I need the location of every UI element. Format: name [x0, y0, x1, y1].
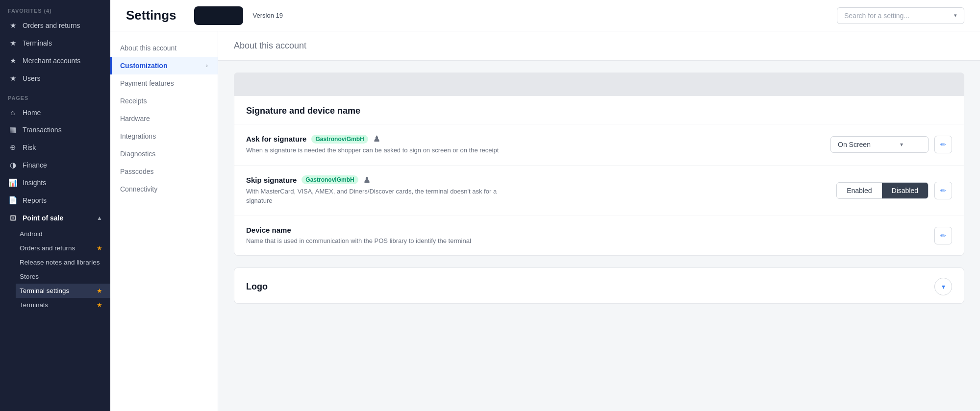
device-name-desc: Name that is used in communication with … [246, 236, 501, 246]
settings-nav-diagnostics[interactable]: Diagnostics [110, 145, 218, 163]
ask-signature-desc: When a signature is needed the shopper c… [246, 145, 501, 155]
device-name-row: Device name Name that is used in communi… [234, 216, 964, 256]
star-filled-icon: ★ [97, 287, 102, 294]
logo-expand-button[interactable]: ▾ [934, 278, 952, 295]
about-header-text: About this account [234, 41, 306, 51]
main-content: About this account Signature and device … [218, 31, 980, 411]
sidebar-item-users-fav[interactable]: ★ Users [0, 70, 110, 87]
settings-nav-payment-features[interactable]: Payment features [110, 74, 218, 92]
settings-nav-label: About this account [120, 44, 176, 52]
home-icon: ⌂ [8, 108, 18, 117]
report-icon: 📄 [8, 196, 18, 205]
topbar: Settings Version 19 Search for a setting… [110, 0, 980, 31]
sidebar-item-stores[interactable]: Stores [16, 269, 110, 284]
sidebar-item-label: Terminal settings [20, 287, 69, 294]
gastronovi-badge-1: GastronoviGmbH [311, 135, 368, 144]
logo-card: Logo ▾ [234, 267, 964, 304]
person-icon-1: ♟ [373, 134, 380, 144]
ask-signature-edit-button[interactable]: ✏ [934, 136, 952, 153]
sidebar-item-label: Home [23, 109, 41, 117]
search-placeholder: Search for a setting... [844, 12, 909, 20]
settings-nav-about[interactable]: About this account [110, 39, 218, 57]
skip-signature-edit-button[interactable]: ✏ [934, 182, 952, 199]
signature-section-title: Signature and device name [246, 106, 952, 116]
sidebar-item-terminals-fav[interactable]: ★ Terminals [0, 34, 110, 52]
shield-icon: ⊕ [8, 143, 18, 152]
chevron-down-icon: ▾ [942, 283, 945, 290]
sidebar-item-label: Insights [23, 179, 46, 187]
transactions-icon: ▦ [8, 125, 18, 134]
on-screen-dropdown[interactable]: On Screen ▾ [830, 136, 929, 153]
sidebar-item-reports[interactable]: 📄 Reports [0, 192, 110, 209]
chevron-right-icon: › [206, 62, 208, 69]
search-box[interactable]: Search for a setting... ▾ [837, 7, 964, 24]
skip-signature-row: Skip signature GastronoviGmbH ♟ With Mas… [234, 166, 964, 216]
sidebar-item-orders-returns-sub[interactable]: Orders and returns ★ [16, 241, 110, 255]
enabled-toggle-button[interactable]: Enabled [837, 183, 881, 198]
settings-nav-integrations[interactable]: Integrations [110, 127, 218, 145]
ask-signature-row: Ask for signature GastronoviGmbH ♟ When … [234, 124, 964, 166]
sidebar: FAVORITES (4) ★ Orders and returns ★ Ter… [0, 0, 110, 411]
sidebar-item-label: Terminals [20, 301, 48, 309]
sidebar-item-insights[interactable]: 📊 Insights [0, 174, 110, 192]
settings-nav-passcodes[interactable]: Passcodes [110, 163, 218, 180]
pencil-icon: ✏ [940, 187, 946, 194]
finance-icon: ◑ [8, 161, 18, 169]
settings-nav-customization[interactable]: Customization › [110, 57, 218, 74]
settings-nav-label: Hardware [120, 115, 150, 122]
settings-nav-connectivity[interactable]: Connectivity [110, 180, 218, 198]
sidebar-item-finance[interactable]: ◑ Finance [0, 156, 110, 174]
sidebar-item-pos[interactable]: ⊡ Point of sale ▲ [0, 209, 110, 227]
pos-submenu: Android Orders and returns ★ Release not… [0, 227, 110, 312]
star-icon: ★ [8, 56, 18, 65]
logo-section-title: Logo [246, 282, 268, 292]
sidebar-item-label: Reports [23, 196, 47, 204]
skip-signature-desc: With MasterCard, VISA, AMEX, and Diners/… [246, 187, 501, 206]
settings-nav: About this account Customization › Payme… [110, 31, 218, 411]
page-title: Settings [126, 8, 176, 23]
sidebar-item-label: Orders and returns [23, 22, 80, 29]
device-name-right: ✏ [934, 227, 952, 244]
sidebar-item-risk[interactable]: ⊕ Risk [0, 139, 110, 156]
ask-signature-left: Ask for signature GastronoviGmbH ♟ When … [246, 134, 823, 155]
pencil-icon: ✏ [940, 141, 946, 148]
dropdown-value: On Screen [838, 141, 871, 148]
skip-signature-right: Enabled Disabled ✏ [836, 182, 952, 199]
sidebar-item-terminal-settings[interactable]: Terminal settings ★ [16, 284, 110, 298]
person-icon-2: ♟ [363, 175, 370, 185]
top-partial-card [234, 73, 964, 96]
device-name-edit-button[interactable]: ✏ [934, 227, 952, 244]
device-name-left: Device name Name that is used in communi… [246, 226, 927, 246]
sidebar-item-android[interactable]: Android [16, 227, 110, 241]
sidebar-item-orders-returns-fav[interactable]: ★ Orders and returns [0, 17, 110, 34]
settings-nav-label: Payment features [120, 79, 174, 87]
about-header: About this account [218, 31, 980, 61]
sidebar-item-label: Orders and returns [20, 244, 75, 252]
sidebar-item-merchant-accounts-fav[interactable]: ★ Merchant accounts [0, 52, 110, 70]
settings-nav-hardware[interactable]: Hardware [110, 110, 218, 127]
settings-nav-label: Integrations [120, 132, 156, 140]
skip-signature-toggle: Enabled Disabled [836, 182, 929, 199]
sidebar-item-label: Android [20, 230, 43, 238]
pencil-icon: ✏ [940, 232, 946, 240]
sidebar-item-transactions[interactable]: ▦ Transactions [0, 121, 110, 139]
version-badge: Version 19 [253, 12, 283, 19]
sidebar-item-terminals-sub[interactable]: Terminals ★ [16, 298, 110, 312]
favorites-section-label: FAVORITES (4) [0, 0, 110, 17]
gastronovi-badge-2: GastronoviGmbH [302, 175, 358, 184]
settings-nav-label: Customization [120, 62, 167, 70]
sidebar-item-label: Stores [20, 273, 39, 280]
pages-section-label: PAGES [0, 87, 110, 104]
settings-nav-label: Diagnostics [120, 150, 155, 158]
settings-nav-label: Passcodes [120, 168, 153, 175]
ask-signature-right: On Screen ▾ ✏ [830, 136, 952, 153]
settings-nav-label: Receipts [120, 97, 147, 105]
sidebar-item-label: Users [23, 74, 41, 82]
ask-signature-title: Ask for signature GastronoviGmbH ♟ [246, 134, 823, 144]
disabled-toggle-button[interactable]: Disabled [882, 183, 928, 198]
chevron-down-icon: ▾ [954, 12, 957, 19]
chevron-up-icon: ▲ [97, 215, 102, 221]
settings-nav-receipts[interactable]: Receipts [110, 92, 218, 110]
sidebar-item-home[interactable]: ⌂ Home [0, 104, 110, 121]
sidebar-item-release-notes[interactable]: Release notes and libraries [16, 255, 110, 269]
